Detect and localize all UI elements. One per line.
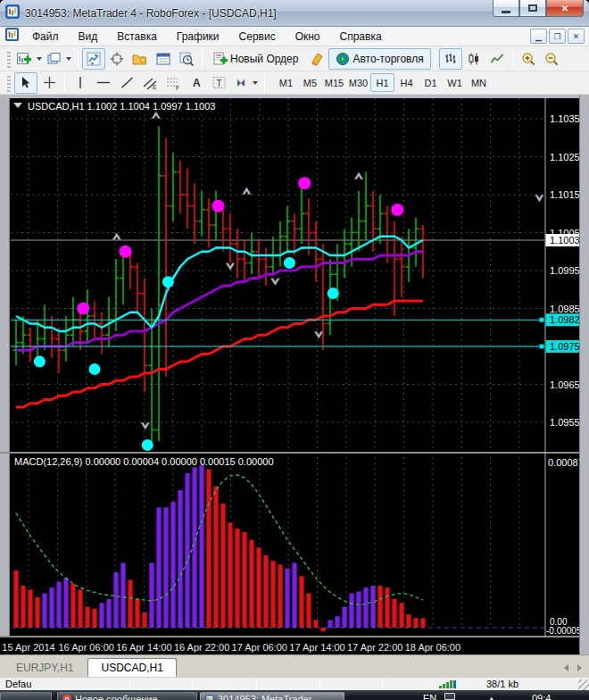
svg-text:16 Apr 06:00: 16 Apr 06:00 — [59, 642, 114, 653]
zoom-out-button[interactable] — [540, 48, 563, 70]
tick-chart-button[interactable] — [82, 48, 105, 70]
menu-insert[interactable]: Вставка — [107, 29, 167, 45]
taskbar-button-message[interactable]: Новое сообщение — [57, 692, 197, 700]
timeframe-w1[interactable]: W1 — [443, 73, 467, 92]
new-order-icon — [213, 52, 228, 66]
favorites-folder-icon — [132, 52, 148, 66]
cursor-mode-button[interactable] — [105, 48, 129, 70]
tray-show-hidden-icon[interactable]: ▴ — [489, 692, 494, 700]
trendline-icon — [120, 76, 134, 89]
tray-clock[interactable]: 09:4 — [532, 692, 551, 700]
tick-chart-icon — [87, 52, 101, 66]
app-icon — [5, 4, 20, 22]
toolbar-separator — [202, 49, 203, 69]
menu-view[interactable]: Вид — [69, 29, 108, 45]
menu-charts[interactable]: Графики — [167, 29, 229, 45]
trendline-button[interactable] — [115, 72, 138, 94]
shapes-arrows-icon — [234, 76, 248, 89]
svg-text:F: F — [176, 84, 179, 90]
vertical-line-button[interactable] — [69, 72, 92, 94]
timeframe-mn[interactable]: MN — [467, 73, 491, 92]
child-close-button[interactable]: ✕ — [568, 29, 585, 44]
svg-text:17 Apr 06:00: 17 Apr 06:00 — [232, 642, 287, 653]
chart-candles-button[interactable] — [462, 48, 485, 70]
bar-chart-icon — [444, 52, 458, 66]
toolbar-separator — [264, 73, 265, 93]
standard-toolbar: Новый Ордер Авто-торговля — [0, 46, 589, 71]
minimize-button[interactable] — [493, 0, 519, 17]
menu-bar: Файл Вид Вставка Графики Сервис Окно Спр… — [0, 27, 589, 46]
tab-scroll-left-icon[interactable] — [564, 664, 568, 671]
tray-language[interactable]: EN — [423, 692, 436, 700]
timeframe-h4[interactable]: H4 — [394, 73, 419, 92]
svg-text:1.0965: 1.0965 — [550, 379, 580, 390]
zoom-in-button[interactable] — [517, 48, 540, 70]
svg-text:T: T — [217, 79, 222, 88]
hline-icon — [96, 76, 111, 89]
windows-taskbar: Новое сообщение 3014953: MetaTrader EN ▴… — [0, 690, 589, 700]
svg-text:0.00087: 0.00087 — [548, 457, 584, 468]
profiles-icon — [47, 52, 62, 66]
svg-text:USDCAD,H1 1.1002 1.1004 1.099: USDCAD,H1 1.1002 1.1004 1.0997 1.1003 — [28, 101, 215, 112]
cursor-tool-button[interactable] — [14, 72, 37, 94]
horizontal-line-button[interactable] — [92, 72, 115, 94]
svg-text:E: E — [153, 84, 157, 90]
timeframe-h1[interactable]: H1 — [370, 73, 394, 92]
tab-scroll-right-icon[interactable] — [577, 664, 582, 671]
timeframe-m1[interactable]: M1 — [274, 73, 298, 92]
child-restore-button[interactable]: ❐ — [549, 29, 566, 44]
keyboard-layout-icon[interactable] — [444, 693, 455, 700]
menu-help[interactable]: Справка — [330, 29, 392, 45]
text-label-icon: T — [212, 76, 227, 89]
status-bar: Defau 38/1 kb — [0, 677, 589, 690]
menu-tools[interactable]: Сервис — [229, 29, 286, 45]
maximize-button[interactable] — [519, 0, 546, 17]
profiles-button[interactable] — [45, 48, 74, 70]
taskbar-button-metatrader[interactable]: 3014953: MetaTrader — [200, 692, 344, 700]
toolbar-separator — [512, 49, 513, 69]
child-minimize-button[interactable]: ▁ — [530, 29, 547, 44]
chart-line-button[interactable] — [485, 48, 509, 70]
terminal-button[interactable] — [152, 48, 175, 70]
strategy-tester-button[interactable] — [175, 48, 198, 70]
toolbar-grip[interactable] — [7, 74, 11, 92]
svg-text:1.0995: 1.0995 — [550, 265, 580, 276]
timeframe-m15[interactable]: M15 — [322, 73, 346, 92]
timeframe-m30[interactable]: M30 — [346, 73, 370, 92]
svg-text:17 Apr 22:00: 17 Apr 22:00 — [347, 642, 402, 653]
timeframe-d1[interactable]: D1 — [419, 73, 443, 92]
tab-eurjpy[interactable]: EURJPY,H1 — [4, 658, 86, 677]
drawing-toolbar: E F A T M1 M5 M15 M30 H1 H4 D1 W1 MN — [0, 71, 589, 95]
tab-usdcad[interactable]: USDCAD,H1 — [87, 658, 176, 677]
new-order-button[interactable]: Новый Ордер — [206, 48, 305, 70]
close-button[interactable]: ✕ — [546, 0, 584, 17]
menu-file[interactable]: Файл — [22, 29, 69, 45]
chart-bars-button[interactable] — [439, 48, 462, 70]
text-tool-button[interactable]: A — [185, 72, 208, 94]
svg-text:1.0985: 1.0985 — [550, 304, 580, 314]
crosshair-tool-button[interactable] — [37, 72, 61, 94]
favorites-button[interactable] — [129, 48, 152, 70]
fibonacci-button[interactable]: F — [162, 72, 185, 94]
resize-grip[interactable] — [578, 679, 589, 690]
toolbar-grip[interactable] — [7, 50, 11, 68]
svg-text:1.0982: 1.0982 — [550, 314, 580, 325]
new-chart-button[interactable] — [14, 48, 45, 70]
cursor-arrow-icon — [20, 76, 32, 89]
taskbar-button-1[interactable] — [0, 692, 52, 700]
autotrade-button[interactable]: Авто-торговля — [328, 48, 430, 70]
shapes-button[interactable] — [231, 72, 261, 94]
svg-text:1.1025: 1.1025 — [550, 152, 580, 162]
toolbar-separator — [435, 49, 436, 69]
equidistant-channel-button[interactable]: E — [138, 72, 162, 94]
tester-magnifier-icon — [179, 52, 194, 66]
chart-panel[interactable]: USDCAD,H1 1.1002 1.1004 1.0997 1.1003MAC… — [0, 95, 589, 654]
autotrade-icon — [336, 52, 350, 66]
menu-window[interactable]: Окно — [286, 29, 330, 45]
text-label-button[interactable]: T — [208, 72, 231, 94]
profile-status: Defau — [5, 679, 84, 690]
window-title: 3014953: MetaTrader 4 - RoboForex - [USD… — [25, 7, 277, 20]
price-chart-svg[interactable]: USDCAD,H1 1.1002 1.1004 1.0997 1.1003MAC… — [0, 95, 589, 654]
metaeditor-button[interactable] — [305, 48, 328, 70]
timeframe-m5[interactable]: M5 — [298, 73, 322, 92]
